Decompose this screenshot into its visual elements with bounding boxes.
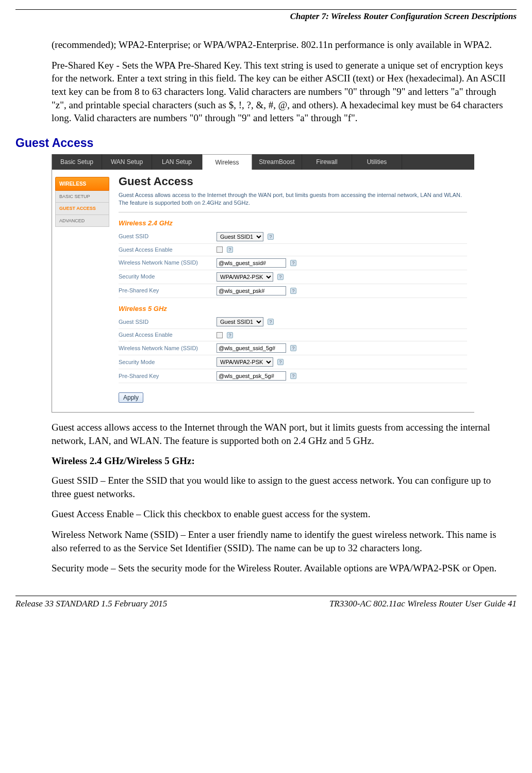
section-heading: Guest Access [15, 135, 517, 151]
sidebar-header: WIRELESS [55, 177, 109, 191]
form-row: Wireless Network Name (SSID)? [119, 341, 467, 355]
help-icon[interactable]: ? [290, 260, 296, 266]
help-icon[interactable]: ? [277, 274, 284, 280]
footer-right: TR3300-AC 802.11ac Wireless Router User … [329, 598, 517, 610]
paragraph: Security mode – Sets the security mode f… [52, 562, 511, 575]
band-24ghz-heading: Wireless 2.4 GHz [119, 219, 467, 228]
form-row: Guest Access Enable? [119, 329, 467, 341]
select-input[interactable]: WPA/WPA2-PSK [217, 357, 273, 367]
nav-tab[interactable]: LAN Setup [152, 154, 202, 170]
checkbox[interactable] [217, 246, 223, 253]
nav-tab[interactable]: Wireless [202, 154, 252, 170]
nav-tab[interactable]: Firewall [302, 154, 352, 170]
subsection-heading: Wireless 2.4 GHz/Wireless 5 GHz: [52, 454, 517, 468]
help-icon[interactable]: ? [268, 319, 274, 325]
band-5ghz-heading: Wireless 5 GHz [119, 304, 467, 314]
form-label: Guest SSID [119, 233, 217, 240]
help-icon[interactable]: ? [227, 332, 233, 338]
footer-left: Release 33 STANDARD 1.5 February 2015 [15, 598, 167, 610]
paragraph: Guest Access Enable – Click this checkbo… [52, 507, 511, 521]
form-label: Security Mode [119, 358, 217, 366]
form-label: Guest Access Enable [119, 331, 217, 339]
help-icon[interactable]: ? [290, 373, 296, 379]
form-row: Security ModeWPA/WPA2-PSK? [119, 355, 467, 369]
form-row: Guest SSIDGuest SSID1? [119, 315, 467, 329]
content-title: Guest Access [119, 174, 467, 189]
help-icon[interactable]: ? [290, 288, 296, 294]
nav-tab[interactable]: WAN Setup [102, 154, 152, 170]
help-icon[interactable]: ? [277, 359, 284, 365]
sidebar: WIRELESS BASIC SETUPGUEST ACCESSADVANCED [52, 170, 111, 229]
text-input[interactable] [217, 258, 286, 268]
content-subtitle: Guest Access allows access to the Intern… [119, 191, 467, 213]
page-header: Chapter 7: Wireless Router Configuration… [15, 11, 517, 23]
paragraph: Guest access allows access to the Intern… [52, 421, 511, 447]
apply-button[interactable]: Apply [119, 392, 143, 403]
sidebar-item[interactable]: BASIC SETUP [55, 191, 109, 203]
select-input[interactable]: Guest SSID1 [217, 317, 263, 326]
page-footer: Release 33 STANDARD 1.5 February 2015 TR… [15, 596, 517, 610]
form-label: Pre-Shared Key [119, 287, 217, 294]
form-label: Guest Access Enable [119, 246, 217, 254]
form-row: Guest SSIDGuest SSID1? [119, 230, 467, 244]
nav-tab[interactable]: Basic Setup [52, 154, 102, 170]
form-row: Wireless Network Name (SSID)? [119, 256, 467, 270]
screenshot-frame: Basic SetupWAN SetupLAN SetupWirelessStr… [52, 154, 474, 413]
form-label: Guest SSID [119, 318, 217, 326]
form-row: Security ModeWPA/WPA2-PSK? [119, 270, 467, 284]
select-input[interactable]: Guest SSID1 [217, 232, 263, 241]
text-input[interactable] [217, 343, 286, 353]
form-row: Pre-Shared Key? [119, 369, 467, 383]
checkbox[interactable] [217, 332, 223, 338]
nav-tab[interactable]: Utilities [352, 154, 402, 170]
form-row: Pre-Shared Key? [119, 284, 467, 298]
form-label: Security Mode [119, 273, 217, 281]
paragraph: (recommended); WPA2-Enterprise; or WPA/W… [52, 38, 511, 52]
nav-bar: Basic SetupWAN SetupLAN SetupWirelessStr… [52, 154, 474, 170]
form-label: Pre-Shared Key [119, 372, 217, 380]
nav-tab[interactable]: StreamBoost [252, 154, 302, 170]
help-icon[interactable]: ? [227, 246, 233, 253]
paragraph: Pre-Shared Key - Sets the WPA Pre-Shared… [52, 59, 511, 125]
form-label: Wireless Network Name (SSID) [119, 344, 217, 352]
select-input[interactable]: WPA/WPA2-PSK [217, 272, 273, 282]
help-icon[interactable]: ? [268, 234, 274, 240]
help-icon[interactable]: ? [290, 345, 296, 351]
sidebar-item[interactable]: ADVANCED [55, 215, 109, 227]
form-label: Wireless Network Name (SSID) [119, 259, 217, 267]
paragraph: Guest SSID – Enter the SSID that you wou… [52, 474, 511, 500]
form-row: Guest Access Enable? [119, 244, 467, 256]
sidebar-item[interactable]: GUEST ACCESS [55, 203, 109, 215]
text-input[interactable] [217, 286, 286, 295]
paragraph: Wireless Network Name (SSID) – Enter a u… [52, 528, 511, 554]
text-input[interactable] [217, 371, 286, 381]
